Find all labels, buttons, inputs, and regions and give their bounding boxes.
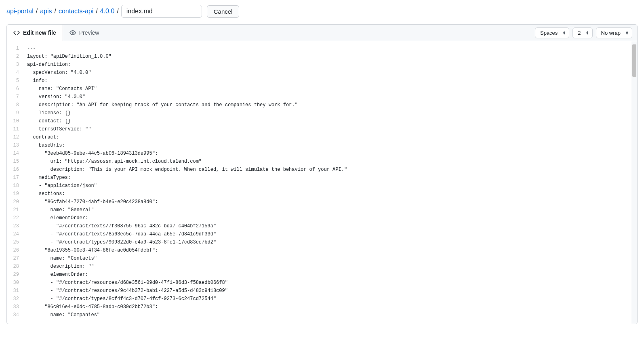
- indent-mode-value: Spaces: [540, 30, 558, 36]
- code-line[interactable]: "8ac19355-00c3-4f34-86fe-ac0d054fdcbf":: [27, 246, 637, 254]
- editor-controls: Spaces ▲▼ 2 ▲▼ No wrap ▲▼: [535, 27, 637, 38]
- updown-icon: ▲▼: [562, 31, 566, 35]
- code-editor[interactable]: 1234567891011121314151617181920212223242…: [7, 41, 637, 324]
- line-number: 16: [7, 166, 23, 174]
- editor-header: Edit new file Preview Spaces ▲▼ 2 ▲▼ No …: [7, 25, 637, 41]
- line-number: 1: [7, 44, 23, 52]
- line-number: 2: [7, 52, 23, 61]
- line-number: 12: [7, 133, 23, 141]
- code-line[interactable]: name: "Contacts": [27, 254, 637, 262]
- code-line[interactable]: - "#/contract/types/8cf4f4c3-d707-4fcf-9…: [27, 295, 637, 303]
- breadcrumb-link-root[interactable]: api-portal: [6, 8, 34, 15]
- scrollbar-track[interactable]: [631, 41, 637, 324]
- code-line[interactable]: name: "Companies": [27, 311, 637, 319]
- line-number: 6: [7, 85, 23, 93]
- line-number: 34: [7, 311, 23, 319]
- code-line[interactable]: ---: [27, 44, 637, 52]
- line-number: 11: [7, 125, 23, 133]
- line-number: 5: [7, 77, 23, 85]
- line-number: 7: [7, 93, 23, 101]
- line-number-gutter: 1234567891011121314151617181920212223242…: [7, 41, 27, 324]
- line-number: 3: [7, 61, 23, 69]
- breadcrumb-sep: /: [36, 8, 38, 15]
- editor-container: Edit new file Preview Spaces ▲▼ 2 ▲▼ No …: [6, 24, 638, 324]
- code-line[interactable]: mediaTypes:: [27, 174, 637, 182]
- breadcrumb-sep: /: [96, 8, 97, 15]
- code-line[interactable]: name: "General": [27, 206, 637, 214]
- line-number: 18: [7, 182, 23, 190]
- cancel-button[interactable]: Cancel: [207, 5, 240, 18]
- breadcrumb-link-version[interactable]: 4.0.0: [100, 8, 115, 15]
- updown-icon: ▲▼: [625, 31, 629, 35]
- line-number: 10: [7, 117, 23, 125]
- code-line[interactable]: description: "An API for keeping track o…: [27, 101, 637, 109]
- tab-edit-file[interactable]: Edit new file: [7, 25, 63, 41]
- line-number: 13: [7, 141, 23, 149]
- line-number: 23: [7, 222, 23, 230]
- code-line[interactable]: contact: {}: [27, 117, 637, 125]
- line-number: 20: [7, 198, 23, 206]
- code-line[interactable]: - "#/contract/texts/8a63ec5c-7daa-44ca-a…: [27, 230, 637, 238]
- code-line[interactable]: url: "https://assossn.api-mock.int.cloud…: [27, 157, 637, 166]
- code-line[interactable]: description: "This is your API mock endp…: [27, 166, 637, 174]
- code-line[interactable]: version: "4.0.0": [27, 93, 637, 101]
- line-number: 21: [7, 206, 23, 214]
- line-number: 30: [7, 279, 23, 287]
- wrap-mode-value: No wrap: [601, 30, 621, 36]
- line-number: 9: [7, 109, 23, 117]
- code-line[interactable]: layout: "apiDefinition_1.0.0": [27, 52, 637, 61]
- code-line[interactable]: elementOrder:: [27, 271, 637, 279]
- line-number: 26: [7, 246, 23, 254]
- eye-icon: [69, 29, 76, 36]
- line-number: 28: [7, 262, 23, 271]
- wrap-mode-select[interactable]: No wrap ▲▼: [596, 27, 632, 38]
- line-number: 17: [7, 174, 23, 182]
- breadcrumb-sep: /: [55, 8, 56, 15]
- line-number: 14: [7, 149, 23, 157]
- line-number: 33: [7, 303, 23, 311]
- code-line[interactable]: - "#/contract/types/909822d0-c4a9-4523-8…: [27, 238, 637, 246]
- code-line[interactable]: contract:: [27, 133, 637, 141]
- indent-size-select[interactable]: 2 ▲▼: [572, 27, 592, 38]
- code-line[interactable]: "3eeb4d05-9ebe-44c5-ab06-1894313de995":: [27, 149, 637, 157]
- code-line[interactable]: info:: [27, 77, 637, 85]
- code-icon: [13, 29, 20, 36]
- breadcrumb-link-apis[interactable]: apis: [40, 8, 52, 15]
- breadcrumb: api-portal / apis / contacts-api / 4.0.0…: [0, 0, 644, 24]
- line-number: 29: [7, 271, 23, 279]
- code-line[interactable]: specVersion: "4.0.0": [27, 69, 637, 77]
- line-number: 32: [7, 295, 23, 303]
- code-line[interactable]: - "#/contract/resources/9c44b372-bab1-42…: [27, 287, 637, 295]
- code-line[interactable]: "86c016e4-e0dc-4785-8adb-c039d2bb72b3":: [27, 303, 637, 311]
- line-number: 22: [7, 214, 23, 222]
- code-line[interactable]: - "application/json": [27, 182, 637, 190]
- line-number: 27: [7, 254, 23, 262]
- indent-mode-select[interactable]: Spaces ▲▼: [535, 27, 569, 38]
- code-line[interactable]: - "#/contract/texts/7f308755-96ac-482c-b…: [27, 222, 637, 230]
- code-line[interactable]: termsOfService: "": [27, 125, 637, 133]
- breadcrumb-link-contacts-api[interactable]: contacts-api: [59, 8, 93, 15]
- line-number: 19: [7, 190, 23, 198]
- code-line[interactable]: description: "": [27, 262, 637, 271]
- updown-icon: ▲▼: [586, 31, 589, 35]
- line-number: 25: [7, 238, 23, 246]
- line-number: 15: [7, 157, 23, 166]
- code-line[interactable]: license: {}: [27, 109, 637, 117]
- code-line[interactable]: sections:: [27, 190, 637, 198]
- tab-preview-label: Preview: [79, 29, 99, 36]
- code-line[interactable]: - "#/contract/resources/d68e3561-09d0-47…: [27, 279, 637, 287]
- line-number: 24: [7, 230, 23, 238]
- code-line[interactable]: elementOrder:: [27, 214, 637, 222]
- breadcrumb-sep: /: [117, 8, 118, 15]
- filename-input[interactable]: [121, 5, 202, 18]
- code-line[interactable]: "86cfab44-7270-4abf-b4e6-e20c4238a8d0":: [27, 198, 637, 206]
- code-line[interactable]: api-definition:: [27, 61, 637, 69]
- tab-preview[interactable]: Preview: [63, 25, 106, 41]
- code-content[interactable]: ---layout: "apiDefinition_1.0.0"api-defi…: [27, 41, 637, 324]
- line-number: 31: [7, 287, 23, 295]
- code-line[interactable]: baseUrls:: [27, 141, 637, 149]
- indent-size-value: 2: [578, 30, 581, 36]
- tab-edit-label: Edit new file: [23, 29, 56, 36]
- code-line[interactable]: name: "Contacts API": [27, 85, 637, 93]
- scrollbar-thumb[interactable]: [632, 44, 636, 77]
